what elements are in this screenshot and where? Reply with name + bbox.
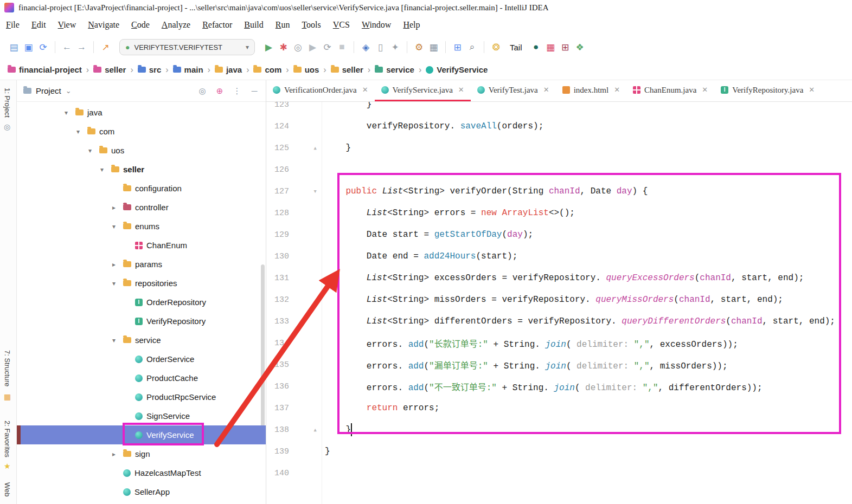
chevron-down-icon[interactable]: ▾ bbox=[100, 166, 111, 173]
chevron-down-icon[interactable]: ▾ bbox=[112, 337, 123, 344]
run-icon[interactable]: ▶ bbox=[261, 42, 276, 53]
plugin-icon[interactable]: ❂ bbox=[489, 42, 503, 53]
menu-run[interactable]: Run bbox=[270, 20, 296, 30]
code-line-133[interactable]: 133 List<String> differentOrders = verif… bbox=[266, 311, 852, 332]
tree-item-configuration[interactable]: configuration bbox=[17, 179, 266, 198]
menu-file[interactable]: File bbox=[0, 20, 25, 30]
tree-item-com[interactable]: ▾com bbox=[17, 122, 266, 141]
menu-help[interactable]: Help bbox=[397, 20, 426, 30]
database-icon[interactable]: ⊞ bbox=[558, 42, 573, 53]
tree-item-VerifyService[interactable]: VerifyService bbox=[17, 425, 266, 444]
tree-item-ProductRpcService[interactable]: ProductRpcService bbox=[17, 387, 266, 406]
collapse-icon[interactable]: ⊕ bbox=[215, 86, 225, 96]
code-line-135[interactable]: 135 errors. add("漏单订单号:" + String. join(… bbox=[266, 354, 852, 376]
grid-icon[interactable]: ▦ bbox=[4, 392, 11, 401]
tree-item-VerifyRepository[interactable]: IVerifyRepository bbox=[17, 312, 266, 331]
tree-item-enums[interactable]: ▾enums bbox=[17, 217, 266, 236]
run-config-select[interactable]: ● VERIFYTEST.VERIFYTEST ▾ bbox=[119, 39, 255, 55]
code-line-127[interactable]: 127▾ public List<String> verifyOrder(Str… bbox=[266, 180, 852, 202]
hide-icon[interactable]: ─ bbox=[249, 86, 259, 96]
menu-code[interactable]: Code bbox=[125, 20, 156, 30]
menu-edit[interactable]: Edit bbox=[25, 20, 52, 30]
code-line-129[interactable]: 129 Date start = getStartOfDay(day); bbox=[266, 224, 852, 245]
close-icon[interactable]: ✕ bbox=[543, 86, 549, 94]
open-folder-icon[interactable]: ▤ bbox=[7, 42, 21, 53]
close-icon[interactable]: ✕ bbox=[362, 86, 368, 94]
menu-view[interactable]: View bbox=[52, 20, 82, 30]
fold-marker-icon[interactable]: ▾ bbox=[289, 187, 322, 196]
code-line-132[interactable]: 132 List<String> missOrders = verifyRepo… bbox=[266, 289, 852, 311]
menu-vcs[interactable]: VCS bbox=[327, 20, 356, 30]
tree-item-SellerApp[interactable]: SellerApp bbox=[17, 482, 266, 501]
modules-icon[interactable]: ▦ bbox=[543, 42, 558, 53]
tab-VerifyRepository.java[interactable]: IVerifyRepository.java✕ bbox=[714, 80, 821, 101]
tree-item-OrderService[interactable]: OrderService bbox=[17, 350, 266, 369]
tree-item-OrderRepository[interactable]: IOrderRepository bbox=[17, 293, 266, 312]
chevron-down-icon[interactable]: ▾ bbox=[76, 128, 87, 135]
tree-item-controller[interactable]: ▸controller bbox=[17, 198, 266, 217]
breadcrumb-item[interactable]: seller bbox=[331, 65, 363, 74]
forward-icon[interactable]: → bbox=[74, 42, 89, 53]
code-line-123[interactable]: 123 } bbox=[266, 102, 852, 115]
stripe-project-button[interactable]: 1: Project bbox=[3, 88, 11, 118]
breadcrumb-item[interactable]: uos bbox=[293, 65, 319, 74]
breadcrumb-item[interactable]: service bbox=[375, 65, 414, 74]
code-editor[interactable]: 123 }124 verifyRepository. saveAll(order… bbox=[266, 102, 852, 504]
search-icon[interactable]: ⌕ bbox=[465, 42, 479, 53]
chevron-down-icon[interactable]: ▾ bbox=[65, 109, 75, 117]
tree-item-HazelcastMapTest[interactable]: HazelcastMapTest bbox=[17, 463, 266, 482]
code-line-134[interactable]: 134 errors. add("长款订单号:" + String. join(… bbox=[266, 332, 852, 354]
target-icon[interactable]: ◎ bbox=[4, 122, 10, 131]
tail-label[interactable]: Tail bbox=[510, 43, 522, 52]
code-line-136[interactable]: 136 errors. add("不一致订单号:" + String. join… bbox=[266, 376, 852, 397]
breadcrumb-item[interactable]: financial-project bbox=[8, 65, 82, 74]
code-line-131[interactable]: 131 List<String> excessOrders = verifyRe… bbox=[266, 267, 852, 289]
tree-item-sign[interactable]: ▸sign bbox=[17, 444, 266, 463]
fold-marker-icon[interactable]: ▴ bbox=[289, 144, 322, 152]
tree-item-seller[interactable]: ▾seller bbox=[17, 160, 266, 179]
breadcrumb-item[interactable]: java bbox=[215, 65, 242, 74]
key-icon[interactable]: ✦ bbox=[388, 42, 402, 53]
save-icon[interactable]: ▣ bbox=[21, 42, 36, 53]
debug-icon[interactable]: ✱ bbox=[276, 42, 291, 53]
star-icon[interactable]: ★ bbox=[4, 462, 11, 470]
rerun-icon[interactable]: ⟳ bbox=[320, 42, 335, 53]
locate-icon[interactable]: ◎ bbox=[197, 86, 207, 96]
menu-analyze[interactable]: Analyze bbox=[156, 20, 196, 30]
code-line-130[interactable]: 130 Date end = add24Hours(start); bbox=[266, 245, 852, 267]
stop-icon[interactable]: ■ bbox=[335, 42, 349, 53]
tree-item-repositories[interactable]: ▾repositories bbox=[17, 274, 266, 293]
menu-window[interactable]: Window bbox=[356, 20, 397, 30]
stripe-web-button[interactable]: Web bbox=[3, 482, 11, 497]
code-line-125[interactable]: 125▴ } bbox=[266, 137, 852, 159]
code-line-128[interactable]: 128 List<String> errors = new ArrayList<… bbox=[266, 202, 852, 224]
attach-icon[interactable]: ↗ bbox=[98, 42, 113, 53]
breadcrumb-item[interactable]: com bbox=[253, 65, 281, 74]
tab-index.html[interactable]: index.html✕ bbox=[556, 80, 626, 101]
tree-item-ProductCache[interactable]: ProductCache bbox=[17, 369, 266, 387]
back-icon[interactable]: ← bbox=[60, 42, 74, 53]
chevron-down-icon[interactable]: ▾ bbox=[112, 280, 123, 287]
chevron-right-icon[interactable]: ▸ bbox=[112, 261, 123, 268]
tab-ChanEnum.java[interactable]: ChanEnum.java✕ bbox=[626, 80, 714, 101]
tree-item-uos[interactable]: ▾uos bbox=[17, 141, 266, 160]
code-line-126[interactable]: 126 bbox=[266, 159, 852, 180]
project-panel-title[interactable]: Project bbox=[36, 86, 61, 95]
stripe-structure-button[interactable]: 7: Structure bbox=[3, 350, 11, 386]
settings-icon[interactable]: ⚙ bbox=[412, 42, 426, 53]
tab-VerifyTest.java[interactable]: VerifyTest.java✕ bbox=[471, 80, 556, 101]
tree-item-service[interactable]: ▾service bbox=[17, 331, 266, 350]
tab-VerificationOrder.java[interactable]: VerificationOrder.java✕ bbox=[266, 80, 375, 101]
menu-build[interactable]: Build bbox=[238, 20, 270, 30]
close-icon[interactable]: ✕ bbox=[809, 86, 815, 94]
breadcrumb-item[interactable]: src bbox=[138, 65, 162, 74]
tree-item-java[interactable]: ▾java bbox=[17, 103, 266, 122]
breadcrumb-item[interactable]: seller bbox=[93, 65, 126, 74]
tab-VerifyService.java[interactable]: VerifyService.java✕ bbox=[375, 80, 471, 101]
menu-tools[interactable]: Tools bbox=[296, 20, 326, 30]
code-line-138[interactable]: 138▴ } bbox=[266, 419, 852, 441]
find-action-icon[interactable]: ◈ bbox=[358, 42, 373, 53]
chevron-down-icon[interactable]: ▾ bbox=[112, 223, 123, 230]
stripe-favorites-button[interactable]: 2: Favorites bbox=[3, 421, 11, 457]
chevron-right-icon[interactable]: ▸ bbox=[112, 450, 123, 458]
